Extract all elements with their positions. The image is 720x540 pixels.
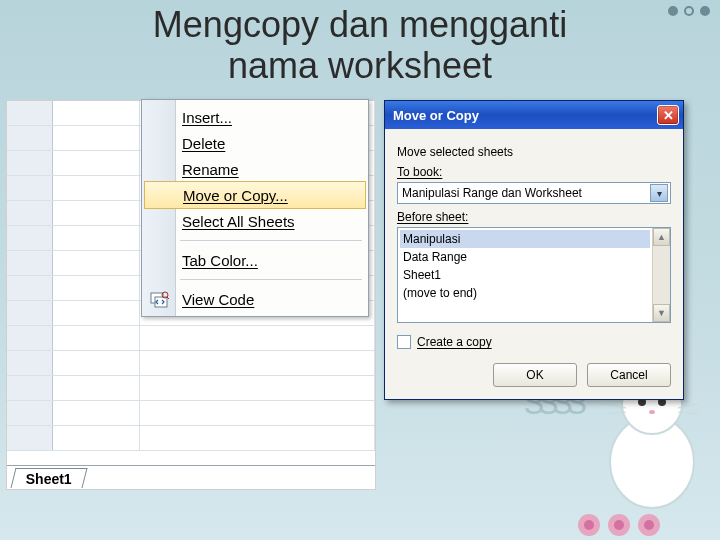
create-copy-checkbox[interactable] <box>397 335 411 349</box>
move-or-copy-dialog: Move or Copy ✕ Move selected sheets To b… <box>384 100 684 400</box>
ok-button[interactable]: OK <box>493 363 577 387</box>
to-book-value: Manipulasi Range dan Worksheet <box>402 186 582 200</box>
chevron-down-icon: ▾ <box>650 184 668 202</box>
decor-flowers <box>578 514 660 536</box>
create-copy-label: Create a copy <box>417 335 492 349</box>
sheet-context-menu: Insert... Delete Rename Move or Copy... … <box>141 99 369 317</box>
list-item[interactable]: Data Range <box>400 248 650 266</box>
sheet-tab-sheet1[interactable]: Sheet1 <box>11 468 88 488</box>
spreadsheet-area: Sheet1 Insert... Delete Rename Move or C… <box>6 100 376 490</box>
close-icon: ✕ <box>663 108 674 123</box>
label-before-sheet: Before sheet: <box>397 210 468 224</box>
list-item[interactable]: Manipulasi <box>400 230 650 248</box>
scroll-down-icon[interactable]: ▼ <box>653 304 670 322</box>
list-item[interactable]: Sheet1 <box>400 266 650 284</box>
listbox-scrollbar[interactable]: ▲ ▼ <box>652 228 670 322</box>
menu-separator <box>180 279 362 280</box>
slide-title: Mengcopy dan mengganti nama worksheet <box>0 4 720 87</box>
menu-item-tab-color[interactable]: Tab Color... <box>142 247 368 273</box>
label-to-book: To book: <box>397 165 442 179</box>
list-item[interactable]: (move to end) <box>400 284 650 302</box>
menu-item-view-code[interactable]: View Code <box>142 286 368 312</box>
svg-point-6 <box>649 410 655 414</box>
sheet-tab-bar: Sheet1 <box>7 465 375 489</box>
label-move-selected-sheets: Move selected sheets <box>397 145 671 159</box>
menu-item-move-or-copy[interactable]: Move or Copy... <box>144 181 366 209</box>
dialog-titlebar[interactable]: Move or Copy ✕ <box>385 101 683 129</box>
menu-item-rename[interactable]: Rename <box>142 156 368 182</box>
view-code-icon <box>149 289 169 309</box>
menu-item-select-all-sheets[interactable]: Select All Sheets <box>142 208 368 234</box>
dialog-title: Move or Copy <box>393 108 479 123</box>
title-line1: Mengcopy dan mengganti <box>0 4 720 45</box>
before-sheet-listbox[interactable]: Manipulasi Data Range Sheet1 (move to en… <box>397 227 671 323</box>
scroll-up-icon[interactable]: ▲ <box>653 228 670 246</box>
to-book-combobox[interactable]: Manipulasi Range dan Worksheet ▾ <box>397 182 671 204</box>
cancel-button[interactable]: Cancel <box>587 363 671 387</box>
title-line2: nama worksheet <box>0 45 720 86</box>
sheet-tab-label: Sheet1 <box>26 471 72 487</box>
menu-item-delete[interactable]: Delete <box>142 130 368 156</box>
dialog-close-button[interactable]: ✕ <box>657 105 679 125</box>
menu-item-insert[interactable]: Insert... <box>142 104 368 130</box>
menu-separator <box>180 240 362 241</box>
